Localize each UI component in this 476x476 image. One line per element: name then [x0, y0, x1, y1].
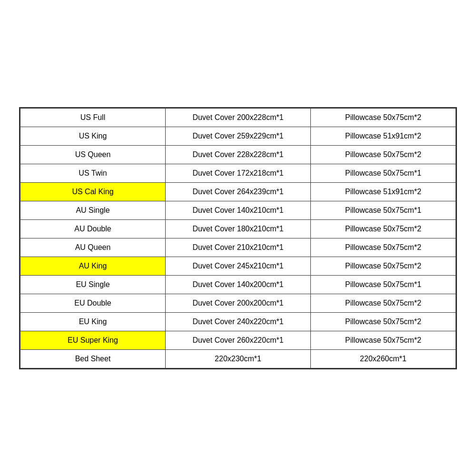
size-guide-table: US FullDuvet Cover 200x228cm*1Pillowcase…	[19, 107, 457, 369]
duvet-cover-cell: Duvet Cover 210x210cm*1	[166, 238, 311, 257]
table-row: EU DoubleDuvet Cover 200x200cm*1Pillowca…	[20, 294, 456, 312]
duvet-cover-cell: Duvet Cover 200x200cm*1	[166, 294, 311, 312]
size-name-cell: EU Single	[20, 275, 166, 294]
size-name-cell: US Queen	[20, 145, 166, 164]
pillowcase-cell: Pillowcase 50x75cm*1	[311, 275, 456, 294]
table-row: AU DoubleDuvet Cover 180x210cm*1Pillowca…	[20, 219, 456, 238]
pillowcase-cell: Pillowcase 50x75cm*1	[311, 201, 456, 219]
pillowcase-cell: Pillowcase 50x75cm*1	[311, 164, 456, 182]
pillowcase-cell: Pillowcase 50x75cm*2	[311, 219, 456, 238]
pillowcase-cell: Pillowcase 51x91cm*2	[311, 127, 456, 145]
duvet-cover-cell: Duvet Cover 245x210cm*1	[166, 257, 311, 275]
table-row: EU SingleDuvet Cover 140x200cm*1Pillowca…	[20, 275, 456, 294]
table-row: AU SingleDuvet Cover 140x210cm*1Pillowca…	[20, 201, 456, 219]
pillowcase-cell: Pillowcase 51x91cm*2	[311, 182, 456, 201]
table-row: US Cal KingDuvet Cover 264x239cm*1Pillow…	[20, 182, 456, 201]
pillowcase-cell: Pillowcase 50x75cm*2	[311, 108, 456, 127]
duvet-cover-cell: Duvet Cover 180x210cm*1	[166, 219, 311, 238]
size-name-cell: AU Double	[20, 219, 166, 238]
table-row: US KingDuvet Cover 259x229cm*1Pillowcase…	[20, 127, 456, 145]
pillowcase-cell: Pillowcase 50x75cm*2	[311, 238, 456, 257]
size-name-cell: EU Double	[20, 294, 166, 312]
size-name-cell: US Cal King	[20, 182, 166, 201]
table-row: AU KingDuvet Cover 245x210cm*1Pillowcase…	[20, 257, 456, 275]
size-name-cell: US Twin	[20, 164, 166, 182]
pillowcase-cell: Pillowcase 50x75cm*2	[311, 257, 456, 275]
duvet-cover-cell: Duvet Cover 200x228cm*1	[166, 108, 311, 127]
size-name-cell: US King	[20, 127, 166, 145]
table-row: US QueenDuvet Cover 228x228cm*1Pillowcas…	[20, 145, 456, 164]
duvet-cover-cell: Duvet Cover 260x220cm*1	[166, 331, 311, 349]
duvet-cover-cell: Duvet Cover 240x220cm*1	[166, 312, 311, 331]
pillowcase-cell: Pillowcase 50x75cm*2	[311, 331, 456, 349]
table-row: US TwinDuvet Cover 172x218cm*1Pillowcase…	[20, 164, 456, 182]
pillowcase-cell: Pillowcase 50x75cm*2	[311, 294, 456, 312]
duvet-cover-cell: Duvet Cover 140x200cm*1	[166, 275, 311, 294]
pillowcase-cell: Pillowcase 50x75cm*2	[311, 145, 456, 164]
size-name-cell: EU Super King	[20, 331, 166, 349]
duvet-cover-cell: Duvet Cover 259x229cm*1	[166, 127, 311, 145]
duvet-cover-cell: Duvet Cover 264x239cm*1	[166, 182, 311, 201]
table-row: EU Super KingDuvet Cover 260x220cm*1Pill…	[20, 331, 456, 349]
table-row: Bed Sheet220x230cm*1220x260cm*1	[20, 349, 456, 368]
duvet-cover-cell: Duvet Cover 172x218cm*1	[166, 164, 311, 182]
duvet-cover-cell: 220x230cm*1	[166, 349, 311, 368]
duvet-cover-cell: Duvet Cover 140x210cm*1	[166, 201, 311, 219]
duvet-cover-cell: Duvet Cover 228x228cm*1	[166, 145, 311, 164]
table-row: US FullDuvet Cover 200x228cm*1Pillowcase…	[20, 108, 456, 127]
size-name-cell: US Full	[20, 108, 166, 127]
size-name-cell: Bed Sheet	[20, 349, 166, 368]
size-name-cell: AU King	[20, 257, 166, 275]
table-row: AU QueenDuvet Cover 210x210cm*1Pillowcas…	[20, 238, 456, 257]
table-row: EU KingDuvet Cover 240x220cm*1Pillowcase…	[20, 312, 456, 331]
pillowcase-cell: Pillowcase 50x75cm*2	[311, 312, 456, 331]
size-name-cell: AU Queen	[20, 238, 166, 257]
pillowcase-cell: 220x260cm*1	[311, 349, 456, 368]
size-name-cell: AU Single	[20, 201, 166, 219]
size-name-cell: EU King	[20, 312, 166, 331]
